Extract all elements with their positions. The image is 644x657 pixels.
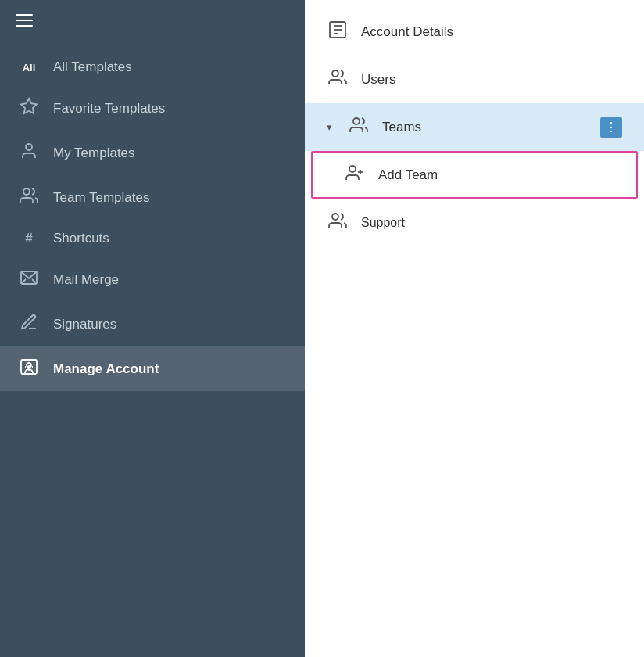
add-team-icon <box>344 163 366 186</box>
sidebar-item-all-templates[interactable]: All All Templates <box>0 48 305 86</box>
favorite-templates-label: Favorite Templates <box>53 101 165 117</box>
sidebar-item-team-templates[interactable]: Team Templates <box>0 175 305 220</box>
sidebar-header <box>0 0 305 41</box>
teams-label: Teams <box>382 120 588 135</box>
my-templates-label: My Templates <box>53 145 135 161</box>
svg-point-2 <box>23 188 30 195</box>
signatures-label: Signatures <box>53 317 116 332</box>
main-content: Account Details Users ▾ <box>305 0 644 657</box>
sidebar-item-mail-merge[interactable]: Mail Merge <box>0 257 305 302</box>
svg-point-15 <box>349 166 356 172</box>
mail-icon <box>19 268 39 291</box>
users-item[interactable]: Users <box>305 56 644 103</box>
shortcuts-label: Shortcuts <box>53 231 109 246</box>
account-details-label: Account Details <box>361 24 622 40</box>
add-team-item[interactable]: Add Team <box>311 151 638 199</box>
manage-account-label: Manage Account <box>53 361 159 377</box>
account-details-item[interactable]: Account Details <box>305 8 644 56</box>
svg-point-8 <box>28 366 30 368</box>
users-icon <box>327 68 349 91</box>
svg-marker-0 <box>21 99 37 113</box>
add-team-label: Add Team <box>378 167 438 183</box>
support-item[interactable]: Support <box>305 199 644 246</box>
user-icon <box>19 142 39 164</box>
more-icon: ⋮ <box>605 120 617 135</box>
teams-more-button[interactable]: ⋮ <box>600 117 622 138</box>
all-templates-label: All Templates <box>53 59 132 75</box>
team-icon <box>19 186 39 209</box>
support-icon <box>327 211 349 234</box>
svg-point-14 <box>353 118 360 124</box>
sidebar-item-my-templates[interactable]: My Templates <box>0 131 305 175</box>
chevron-down-icon: ▾ <box>327 121 332 133</box>
svg-point-18 <box>332 214 338 220</box>
users-label: Users <box>361 72 622 88</box>
support-label: Support <box>361 216 405 230</box>
sidebar-item-manage-account[interactable]: Manage Account <box>0 346 305 391</box>
sidebar-item-signatures[interactable]: Signatures <box>0 302 305 346</box>
sidebar-nav: All All Templates Favorite Templates My … <box>0 41 305 657</box>
mail-merge-label: Mail Merge <box>53 272 119 288</box>
manage-account-icon <box>19 357 39 380</box>
account-menu: Account Details Users ▾ <box>305 0 644 254</box>
all-badge: All <box>19 62 39 74</box>
hamburger-menu-button[interactable] <box>16 14 33 27</box>
signatures-icon <box>19 313 39 336</box>
svg-point-1 <box>26 144 32 150</box>
star-icon <box>19 97 39 120</box>
sidebar-item-shortcuts[interactable]: # Shortcuts <box>0 220 305 257</box>
sidebar: All All Templates Favorite Templates My … <box>0 0 305 657</box>
svg-point-13 <box>332 70 338 77</box>
shortcuts-icon: # <box>19 231 39 246</box>
account-details-icon <box>327 20 349 43</box>
teams-item[interactable]: ▾ Teams ⋮ <box>305 103 644 151</box>
teams-icon <box>348 116 370 138</box>
team-templates-label: Team Templates <box>53 190 149 206</box>
sidebar-item-favorite-templates[interactable]: Favorite Templates <box>0 86 305 131</box>
